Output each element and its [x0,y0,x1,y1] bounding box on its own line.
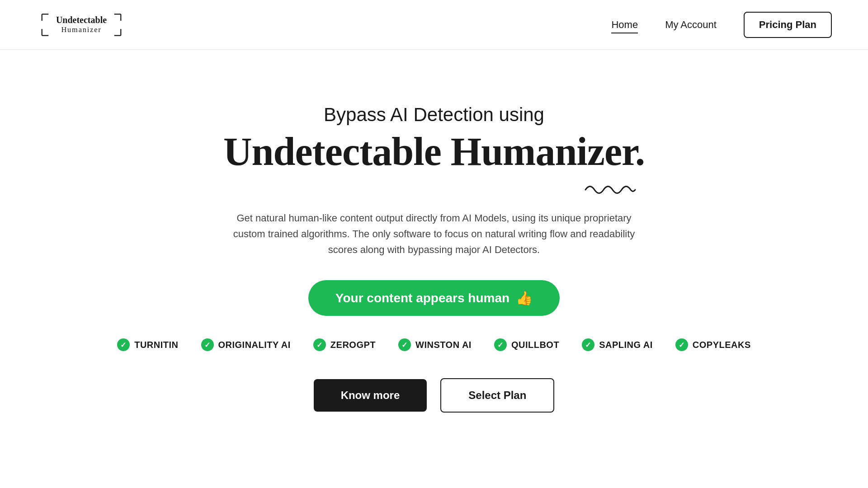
nav-my-account[interactable]: My Account [665,19,717,31]
hero-section: Bypass AI Detection using Undetectable H… [0,50,868,449]
cta-banner[interactable]: Your content appears human 👍 [308,280,560,316]
badge-label-turnitin: TURNITIN [134,340,178,350]
badge-originality: ORIGINALITY AI [201,338,291,351]
badge-sapling: SAPLING AI [582,338,653,351]
badge-zerogpt: ZEROGPT [313,338,376,351]
main-nav: Home My Account Pricing Plan [611,12,832,38]
check-icon-copyleaks [675,338,688,351]
header: Undetectable Humanizer Home My Account P… [0,0,868,50]
thumbs-up-icon: 👍 [516,290,533,306]
badge-quillbot: QUILLBOT [494,338,559,351]
action-buttons: Know more Select Plan [314,378,555,413]
select-plan-button[interactable]: Select Plan [440,378,554,413]
logo[interactable]: Undetectable Humanizer [36,7,127,43]
badge-label-zerogpt: ZEROGPT [330,340,376,350]
badge-label-sapling: SAPLING AI [599,340,653,350]
cta-banner-text: Your content appears human [335,291,509,305]
check-icon-originality [201,338,214,351]
svg-text:Humanizer: Humanizer [61,25,101,34]
check-icon-zerogpt [313,338,326,351]
know-more-button[interactable]: Know more [314,379,427,412]
badge-label-copyleaks: COPYLEAKS [693,340,751,350]
check-icon-quillbot [494,338,507,351]
check-icon-sapling [582,338,594,351]
hero-subtitle: Bypass AI Detection using [324,104,544,126]
svg-text:Undetectable: Undetectable [56,15,107,25]
pricing-plan-button[interactable]: Pricing Plan [744,12,832,38]
badge-winston: WINSTON AI [398,338,472,351]
detector-badges: TURNITIN ORIGINALITY AI ZEROGPT WINSTON … [117,338,751,351]
nav-home[interactable]: Home [611,19,638,31]
badge-copyleaks: COPYLEAKS [675,338,751,351]
squiggle-decoration [231,178,637,197]
badge-turnitin: TURNITIN [117,338,178,351]
check-icon-winston [398,338,411,351]
hero-description: Get natural human-like content output di… [231,210,637,258]
check-icon-turnitin [117,338,130,351]
hero-title: Undetectable Humanizer. [223,130,645,174]
badge-label-quillbot: QUILLBOT [511,340,559,350]
badge-label-winston: WINSTON AI [415,340,472,350]
badge-label-originality: ORIGINALITY AI [218,340,291,350]
